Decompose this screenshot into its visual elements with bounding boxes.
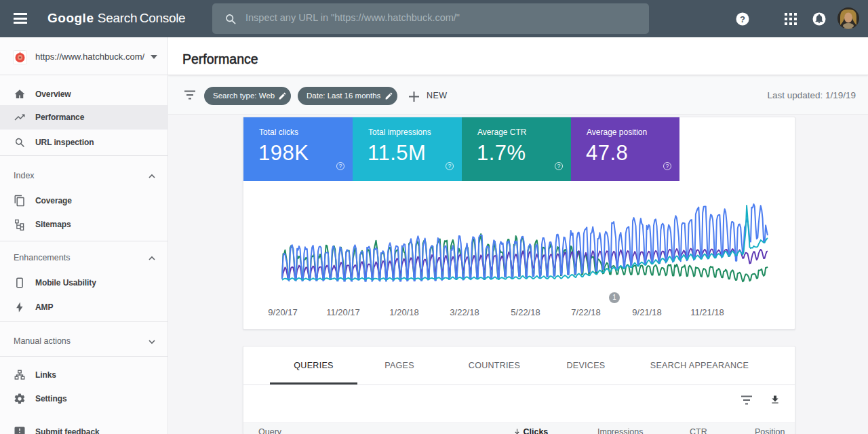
svg-text:?: ?: [740, 14, 745, 24]
